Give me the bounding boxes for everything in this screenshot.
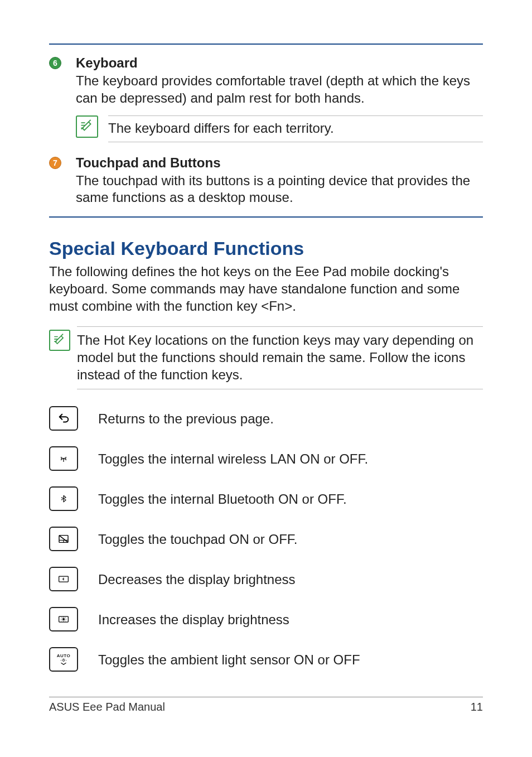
bluetooth-key-icon <box>49 486 78 511</box>
note-text-keyboard: The keyboard differs for each territory. <box>108 119 483 137</box>
section-note: The Hot Key locations on the function ke… <box>77 331 483 384</box>
svg-point-7 <box>63 578 64 580</box>
wifi-key-icon <box>49 446 78 471</box>
item-title-keyboard: Keyboard <box>76 55 483 71</box>
key-desc: Increases the display brightness <box>98 611 289 628</box>
touchpad-key-icon <box>49 527 78 551</box>
key-desc: Toggles the ambient light sensor ON or O… <box>98 651 360 668</box>
key-desc: Toggles the internal Bluetooth ON or OFF… <box>98 490 347 508</box>
auto-light-key-icon: AUTO <box>49 647 78 672</box>
section-intro: The following defines the hot keys on th… <box>49 263 483 315</box>
brightness-down-key-icon <box>49 567 78 591</box>
item-desc-touchpad: The touchpad with its buttons is a point… <box>76 172 483 206</box>
callout-badge-7: 7 <box>49 157 61 169</box>
back-key-icon <box>49 406 78 431</box>
callout-badge-6: 6 <box>49 57 61 69</box>
item-desc-keyboard: The keyboard provides comfortable travel… <box>76 73 483 107</box>
key-desc: Returns to the previous page. <box>98 410 274 427</box>
svg-point-9 <box>62 618 65 620</box>
key-desc: Decreases the display brightness <box>98 571 296 588</box>
footer-left: ASUS Eee Pad Manual <box>49 701 165 713</box>
brightness-up-key-icon <box>49 607 78 631</box>
svg-point-10 <box>62 659 64 661</box>
item-title-touchpad: Touchpad and Buttons <box>76 155 483 171</box>
note-icon <box>76 115 98 138</box>
key-desc: Toggles the internal wireless LAN ON or … <box>98 450 368 467</box>
key-desc: Toggles the touchpad ON or OFF. <box>98 531 298 548</box>
page-number: 11 <box>471 701 483 713</box>
section-title: Special Keyboard Functions <box>49 238 483 259</box>
note-icon <box>49 330 70 351</box>
